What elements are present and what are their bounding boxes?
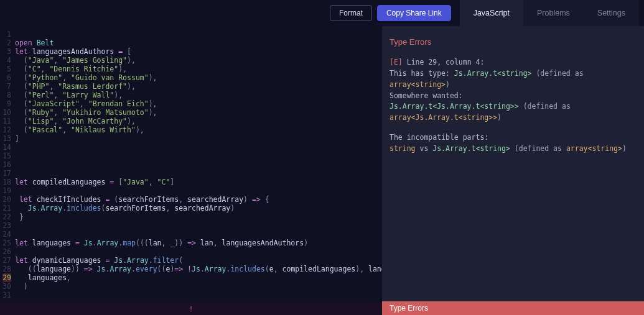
- code-line[interactable]: [15, 169, 382, 178]
- code-content[interactable]: open Beltlet languagesAndAuthors = [ ("J…: [15, 30, 382, 303]
- error-text: ): [622, 144, 627, 153]
- line-gutter: 1234567891011121314151617181920212223242…: [0, 30, 15, 303]
- error-type: array<string>: [390, 80, 446, 89]
- format-button[interactable]: Format: [330, 5, 372, 21]
- code-line[interactable]: ("C", "Dennis Ritchie"),: [15, 65, 382, 73]
- code-editor[interactable]: 1234567891011121314151617181920212223242…: [0, 26, 382, 303]
- error-type: string: [390, 144, 416, 153]
- line-number: 15: [0, 152, 11, 160]
- error-text: ): [446, 80, 450, 89]
- code-line[interactable]: [15, 291, 382, 299]
- line-number: 1: [0, 30, 11, 39]
- line-number: 14: [0, 143, 11, 152]
- tab-javascript[interactable]: JavaScript: [460, 0, 523, 26]
- editor-pane: 1234567891011121314151617181920212223242…: [0, 26, 382, 315]
- error-loc-text: Line 29, column 4:: [407, 58, 485, 66]
- app-root: Format Copy Share Link JavaScriptProblem…: [0, 0, 644, 315]
- line-number: 27: [0, 256, 11, 265]
- code-line[interactable]: ("Pascal", "Niklaus Wirth"),: [15, 126, 382, 134]
- tab-problems[interactable]: Problems: [523, 0, 584, 26]
- line-number: 10: [0, 108, 11, 117]
- error-text: (defined as: [531, 69, 583, 78]
- code-line[interactable]: languages,: [15, 273, 382, 282]
- warning-icon: !: [190, 305, 192, 313]
- code-line[interactable]: let checkIfIncludes = (searchForItems, s…: [15, 195, 382, 204]
- line-number: 8: [0, 91, 11, 99]
- code-line[interactable]: ("JavaScript", "Brendan Eich"),: [15, 99, 382, 108]
- line-number: 19: [0, 186, 11, 195]
- errors-body: Type Errors [E] Line 29, column 4: This …: [382, 26, 644, 301]
- toolbar: Format Copy Share Link JavaScriptProblem…: [0, 0, 644, 26]
- error-type: Js.Array.t<string>: [454, 69, 532, 78]
- line-number: 21: [0, 204, 11, 212]
- error-type: Js.Array.t<string>: [432, 144, 510, 153]
- line-number: 22: [0, 212, 11, 221]
- code-line[interactable]: [15, 230, 382, 239]
- code-line[interactable]: ]: [15, 134, 382, 143]
- line-number: 6: [0, 73, 11, 82]
- line-number: 29: [0, 273, 11, 282]
- line-number: 7: [0, 82, 11, 91]
- code-line[interactable]: [15, 143, 382, 152]
- error-text: This has type:: [390, 69, 454, 78]
- line-number: 30: [0, 282, 11, 291]
- line-number: 12: [0, 126, 11, 134]
- editor-status-bar: !: [0, 303, 382, 315]
- errors-footer[interactable]: Type Errors: [382, 301, 644, 315]
- error-message: [E] Line 29, column 4: This has type: Js…: [390, 57, 637, 155]
- output-tabs: JavaScriptProblemsSettings: [460, 0, 639, 26]
- code-line[interactable]: [15, 152, 382, 160]
- line-number: 13: [0, 134, 11, 143]
- code-line[interactable]: ): [15, 282, 382, 291]
- code-line[interactable]: ("Ruby", "Yukihiro Matsumoto"),: [15, 108, 382, 117]
- error-tag: [E]: [390, 58, 403, 66]
- line-number: 25: [0, 239, 11, 247]
- error-text: Somewhere wanted:: [390, 91, 637, 102]
- output-pane: Type Errors [E] Line 29, column 4: This …: [382, 26, 644, 315]
- tab-settings[interactable]: Settings: [584, 0, 639, 26]
- code-line[interactable]: ("Lisp", "John McCarthy"),: [15, 117, 382, 126]
- code-line[interactable]: let languages = Js.Array.map(((lan, _)) …: [15, 239, 382, 247]
- code-line[interactable]: [15, 30, 382, 39]
- code-line[interactable]: ("Perl", "Larry Wall"),: [15, 91, 382, 99]
- code-line[interactable]: [15, 221, 382, 230]
- line-number: 2: [0, 39, 11, 47]
- line-number: 26: [0, 247, 11, 256]
- code-line[interactable]: ("Python", "Guido van Rossum"),: [15, 73, 382, 82]
- code-line[interactable]: [15, 186, 382, 195]
- error-text: ): [497, 113, 502, 122]
- code-line[interactable]: ("Java", "James Gosling"),: [15, 56, 382, 65]
- code-line[interactable]: }: [15, 212, 382, 221]
- code-line[interactable]: [15, 160, 382, 169]
- line-number: 3: [0, 47, 11, 56]
- errors-title: Type Errors: [390, 36, 637, 48]
- error-type: Js.Array.t<Js.Array.t<string>>: [390, 102, 519, 111]
- error-text: The incompatible parts:: [390, 132, 637, 144]
- line-number: 31: [0, 291, 11, 299]
- code-line[interactable]: let dynamicLanguages = Js.Array.filter(: [15, 256, 382, 265]
- code-line[interactable]: Js.Array.includes(searchForItems, search…: [15, 204, 382, 212]
- line-number: 17: [0, 169, 11, 178]
- line-number: 23: [0, 221, 11, 230]
- copy-share-link-button[interactable]: Copy Share Link: [377, 5, 451, 21]
- line-number: 18: [0, 178, 11, 186]
- code-line[interactable]: open Belt: [15, 39, 382, 47]
- line-number: 4: [0, 56, 11, 65]
- line-number: 28: [0, 265, 11, 273]
- error-text: (defined as: [519, 102, 571, 111]
- error-text: (defined as: [510, 144, 566, 153]
- code-line[interactable]: let compiledLanguages = ["Java", "C"]: [15, 178, 382, 186]
- error-type: array<string>: [566, 144, 622, 153]
- line-number: 11: [0, 117, 11, 126]
- line-number: 5: [0, 65, 11, 73]
- code-line[interactable]: ((language)) => Js.Array.every((e)=> !Js…: [15, 265, 382, 273]
- main-area: 1234567891011121314151617181920212223242…: [0, 26, 644, 315]
- error-type: array<Js.Array.t<string>>: [390, 113, 497, 122]
- code-line[interactable]: ("PHP", "Rasmus Lerdorf"),: [15, 82, 382, 91]
- line-number: 16: [0, 160, 11, 169]
- error-text: vs: [416, 144, 433, 153]
- line-number: 9: [0, 99, 11, 108]
- code-line[interactable]: [15, 247, 382, 256]
- code-line[interactable]: let languagesAndAuthors = [: [15, 47, 382, 56]
- line-number: 24: [0, 230, 11, 239]
